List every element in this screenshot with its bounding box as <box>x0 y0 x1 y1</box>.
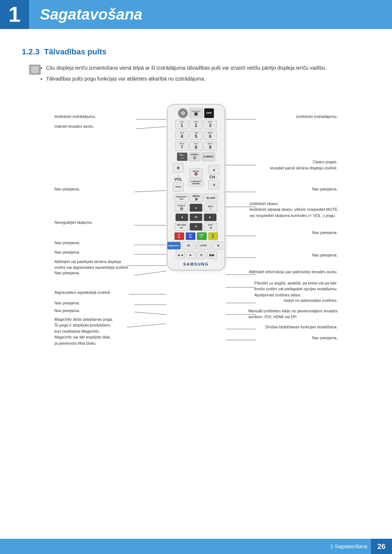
btn-9[interactable]: WXY 9 <box>204 141 217 151</box>
vol-minus[interactable]: — <box>173 182 184 192</box>
note-icon <box>29 65 41 75</box>
btn-4[interactable]: GHI 4 <box>175 131 188 140</box>
nav-down-button[interactable]: ▼ <box>189 223 203 231</box>
threed-button[interactable]: 3D <box>182 242 196 250</box>
off-button[interactable]: OFF <box>204 108 214 118</box>
callout-left-11: Nav pieejama. <box>54 308 80 313</box>
vol-plus[interactable]: + <box>173 163 184 173</box>
info-button[interactable]: INFO i <box>204 204 217 212</box>
page-footer: 1 Sagatavošana 26 <box>0 539 392 554</box>
btn-7[interactable]: PRS 7 <box>175 141 188 151</box>
callout-left-8: Nav pieejama. <box>54 271 80 275</box>
callout-right-8: Pārejiet uz augšā, apakšā, pa kreisi vai… <box>254 280 338 298</box>
ch-section: ∧ CH :: ∨ <box>208 165 219 189</box>
blank-button[interactable]: BLANK <box>204 194 218 202</box>
next-button[interactable]: ▶▶ <box>207 251 217 259</box>
btn-5[interactable]: · JKL 5 <box>189 131 203 140</box>
lock-button[interactable]: LOCK <box>197 242 211 250</box>
btn-a[interactable]: PC A <box>174 232 184 240</box>
page-content: 1.2.3 Tālvadības pults Citu displeja ier… <box>0 40 392 369</box>
btn-3[interactable]: DEF 3 <box>204 120 217 129</box>
ch-down[interactable]: ∨ <box>208 180 219 189</box>
row-playctrl: ◄◄ ► II ▶▶ <box>170 251 222 259</box>
btn-8[interactable]: TUV 8 <box>189 141 203 151</box>
btn-b[interactable]: DVI B <box>185 232 196 240</box>
svg-line-1 <box>136 127 166 129</box>
content-button[interactable]: CONTENT(HOME) <box>189 178 203 186</box>
callout-left-4: Noregulējiet skaļumu. <box>54 220 93 225</box>
note-bullets: Citu displeja ierīču izmantošana vienā t… <box>46 64 327 86</box>
remote-control: ⏻ SOURCE ⬛ OFF GHI 1 ABC 2 <box>167 104 225 270</box>
remote-diagram: Ieslēdziet izstrādājumu. mainiet ievades… <box>22 100 370 362</box>
pause-button[interactable]: II <box>197 251 206 259</box>
row-nav-lr: ◄ ↵ ► <box>170 213 222 221</box>
callout-left-6: Nav pieejama. <box>54 250 80 254</box>
nav-left-button[interactable]: ◄ <box>175 213 188 221</box>
svg-line-2 <box>134 190 166 192</box>
nav-up-button[interactable]: ▲ <box>189 204 203 212</box>
ch-label: CH :: <box>209 175 218 179</box>
callout-right-1: Izslēdziet izstrādājumu. <box>296 114 338 119</box>
callout-right-3: Nav pieejama. <box>312 187 338 191</box>
row-magicinfo2: MagicInfo 3D LOCK ■ <box>170 242 222 250</box>
menu-button[interactable]: MENU⊞ <box>190 194 203 202</box>
btn-symbol[interactable]: SYMBOL 0 <box>189 152 200 161</box>
vol-section: + ::VOL — <box>173 163 184 192</box>
btn-2[interactable]: ABC 2 <box>189 120 203 129</box>
callout-right-9: Izejiet no pašreizējās izvēlnes. <box>283 298 338 303</box>
callout-right-2b: Ievadiet paroli ekrāna displeja izvēlnē. <box>270 166 338 170</box>
callout-right-2: Ciparu pogas. <box>313 160 338 164</box>
callout-right-6: Nav pieejama. <box>312 253 338 257</box>
note-block: Citu displeja ierīču izmantošana vienā t… <box>29 64 370 93</box>
row-return: RETURN↩ ▼ EXIT⇥ <box>170 223 222 231</box>
play-button[interactable]: ► <box>186 251 196 259</box>
ch-up[interactable]: ∧ <box>208 165 219 175</box>
callout-left-9: Atgriezieties iepriekšējā izvēlnē. <box>54 290 111 295</box>
samsung-logo: SAMSUNG <box>183 262 209 266</box>
page-header: 1 Sagatavošana <box>0 0 392 29</box>
callout-right-7: Attēlojiet informāciju par pašreizējo ie… <box>249 270 338 274</box>
btn-d[interactable]: DP D <box>208 232 218 240</box>
vol-label: ::VOL <box>174 173 183 181</box>
btn-6[interactable]: MNO 6 <box>204 131 217 140</box>
callout-left-7: Attēlojiet vai paslēpiet ekrāna displeja… <box>54 259 129 271</box>
row-456: GHI 4 · JKL 5 MNO 6 <box>170 131 222 140</box>
power-button[interactable]: ⏻ <box>178 108 188 118</box>
row-colors: PC A DVI B HDMI C DP D <box>170 232 222 240</box>
row-power: ⏻ SOURCE ⬛ OFF <box>170 108 222 118</box>
svg-line-11 <box>127 324 166 327</box>
nav-right-button[interactable]: ► <box>204 213 217 221</box>
source-button[interactable]: SOURCE ⬛ <box>189 108 203 118</box>
btn-c[interactable]: HDMI C <box>197 232 207 240</box>
prev-button[interactable]: ◄◄ <box>176 251 185 259</box>
row-789: PRS 7 TUV 8 WXY 9 <box>170 141 222 151</box>
callout-right-11: Drošas bloķēšanas funkcijas iestatīšana. <box>265 325 338 329</box>
mute-button[interactable]: MUTE 🔇 <box>189 168 203 178</box>
callout-left-3: Nav pieejama. <box>54 187 80 191</box>
callout-left-2: mainiet ievades avotu. <box>54 124 94 128</box>
btn-del[interactable]: DEL+- — <box>177 152 188 161</box>
rec-button[interactable]: ■ <box>212 242 225 250</box>
footer-text: 1 Sagatavošana <box>331 543 371 549</box>
row-123: GHI 1 ABC 2 DEF 3 <box>170 120 222 129</box>
svg-line-10 <box>134 312 166 315</box>
magicinfo2-button[interactable]: MagicInfo <box>167 242 181 250</box>
chapter-number: 1 <box>8 4 20 25</box>
vol-ch-area: + ::VOL — MUTE 🔇 CONTENT(HOME) <box>170 163 222 192</box>
return-button[interactable]: RETURN↩ <box>175 223 188 231</box>
btn-dmenu[interactable]: D.MENU <box>201 152 215 161</box>
magicinfo-lite-button[interactable]: MagicInfoLite <box>174 194 189 202</box>
exit-button[interactable]: EXIT⇥ <box>204 223 217 231</box>
chapter-title-area: Sagatavošana <box>29 0 392 29</box>
row-tools: TOOLS ⊟ ▲ INFO i <box>170 204 222 212</box>
nav-ok-button[interactable]: ↵ <box>189 213 203 221</box>
chapter-title: Sagatavošana <box>40 6 142 23</box>
btn-1[interactable]: GHI 1 <box>175 120 188 129</box>
callout-right-5: Nav pieejama. <box>312 230 338 235</box>
tools-button[interactable]: TOOLS ⊟ <box>175 204 188 212</box>
note-bullet-2: Tālvadības pults pogu funkcijas var atšķ… <box>46 75 327 83</box>
row-del: DEL+- — SYMBOL 0 D.MENU <box>170 152 222 161</box>
callout-left-5: Nav pieejama. <box>54 241 80 245</box>
callout-right-10: Manuāli izvēlieties kādu no pievienotaji… <box>248 308 338 320</box>
callout-left-1: Ieslēdziet izstrādājumu. <box>54 114 96 119</box>
